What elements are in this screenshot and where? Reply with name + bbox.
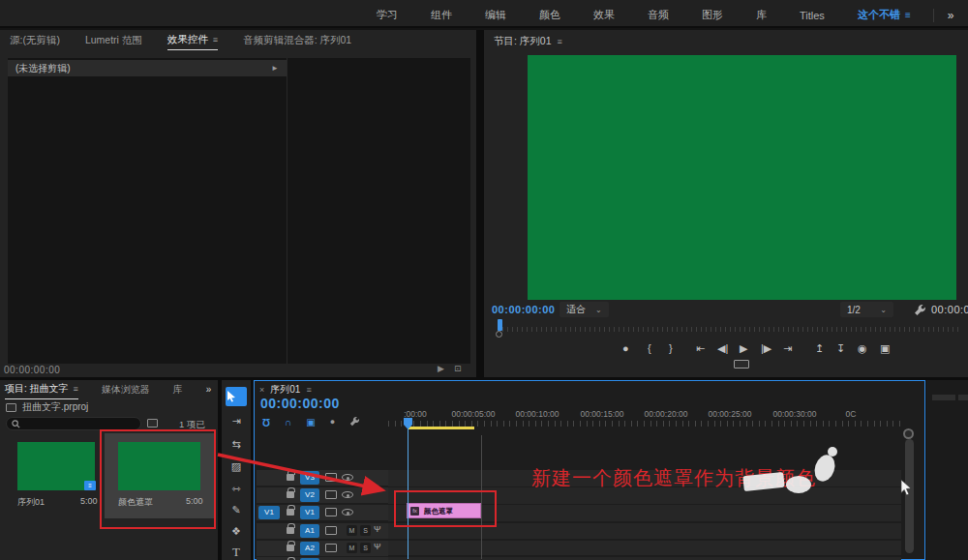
playback-resolution-dropdown[interactable]: 1/2 ⌄ <box>840 302 893 317</box>
program-scrub-bar[interactable] <box>490 319 962 335</box>
clip-selector-bar[interactable]: (未选择剪辑) ► <box>8 60 287 76</box>
solo-button[interactable]: S <box>360 543 371 553</box>
lock-icon[interactable] <box>287 474 294 481</box>
workspace-tab-active[interactable]: 这个不错≡ <box>841 8 927 22</box>
source-patch-badge[interactable]: V1 <box>258 506 280 519</box>
selection-tool-button[interactable] <box>226 387 247 406</box>
lock-icon[interactable] <box>287 545 294 551</box>
go-to-out-button[interactable]: ⇥ <box>783 342 792 355</box>
program-playhead[interactable] <box>498 319 502 331</box>
close-icon[interactable]: × <box>259 385 264 395</box>
type-tool[interactable]: T <box>222 545 251 560</box>
project-overflow-icon[interactable]: » <box>206 384 212 398</box>
scrub-knob[interactable] <box>496 331 502 338</box>
track-target-badge[interactable]: V3 <box>300 471 319 485</box>
mark-in-button[interactable]: { <box>648 342 651 354</box>
lift-button[interactable]: ↥ <box>815 342 824 355</box>
workspace-overflow-icon[interactable]: » <box>933 9 968 22</box>
ripple-edit-tool[interactable]: ⇆ <box>222 438 251 451</box>
workspace-tab-audio[interactable]: 音频 <box>631 8 685 22</box>
settings-wrench-icon[interactable] <box>914 303 926 320</box>
track-visibility-eye-icon[interactable] <box>342 474 353 481</box>
panel-divider[interactable] <box>218 380 220 560</box>
lock-icon[interactable] <box>287 527 294 534</box>
timeline-scrollbar-knob[interactable] <box>903 428 914 439</box>
extract-button[interactable]: ↧ <box>836 342 845 355</box>
panel-menu-icon[interactable]: ≡ <box>213 35 218 44</box>
sync-lock-icon[interactable] <box>325 473 337 482</box>
track-visibility-eye-icon[interactable] <box>342 491 353 498</box>
lock-icon[interactable] <box>287 491 294 498</box>
mark-out-button[interactable]: } <box>669 342 673 354</box>
panel-divider[interactable] <box>0 377 968 380</box>
workspace-tab-libraries[interactable]: 库 <box>740 8 783 22</box>
tab-media-browser[interactable]: 媒体浏览器 <box>102 383 150 399</box>
mute-button[interactable]: M <box>347 525 357 536</box>
slip-tool[interactable]: ⇿ <box>222 483 251 495</box>
timeline-sequence-tab[interactable]: × 序列01 ≡ <box>259 383 312 397</box>
tab-libraries[interactable]: 库 <box>173 383 183 399</box>
pen-tool[interactable]: ✎ <box>222 504 251 516</box>
step-forward-button[interactable]: |▶ <box>761 342 771 355</box>
track-header-a2[interactable]: A2 M S Ψ <box>257 541 388 556</box>
track-header-v2[interactable]: V2 <box>257 487 388 503</box>
step-back-button[interactable]: ◀| <box>717 342 728 355</box>
workspace-tab-assembly[interactable]: 组件 <box>414 8 469 22</box>
timeline-playhead-head[interactable] <box>404 416 412 433</box>
track-target-badge[interactable]: A1 <box>300 524 319 538</box>
track-target-badge[interactable]: V2 <box>300 488 319 502</box>
track-visibility-eye-icon[interactable] <box>342 509 353 516</box>
play-button[interactable]: ▶ <box>740 342 747 355</box>
sync-lock-icon[interactable] <box>325 508 337 516</box>
workspace-tab-titles[interactable]: Titles <box>783 10 841 21</box>
sync-lock-icon[interactable] <box>325 544 337 552</box>
tab-source-monitor[interactable]: 源:(无剪辑) <box>10 34 60 50</box>
timeline-settings-wrench-icon[interactable] <box>349 413 360 430</box>
panel-menu-icon[interactable]: ≡ <box>306 385 311 395</box>
clip-selector-arrow-icon[interactable]: ► <box>271 64 279 73</box>
workspace-tab-learning[interactable]: 学习 <box>360 8 414 22</box>
item-name[interactable]: 序列01 <box>17 496 45 509</box>
track-header-v1[interactable]: V1 V1 <box>257 505 388 520</box>
project-breadcrumb[interactable]: 扭曲文字.prproj <box>6 400 88 414</box>
proxy-toggle-button[interactable] <box>734 360 749 368</box>
play-around-icon[interactable]: ▶ <box>438 364 444 373</box>
lock-icon[interactable] <box>287 509 294 516</box>
panel-menu-icon[interactable]: ≡ <box>74 384 78 394</box>
track-select-forward-tool[interactable]: ⇥ <box>222 415 251 427</box>
workspace-tab-color[interactable]: 颜色 <box>523 8 577 22</box>
tab-audio-clip-mixer[interactable]: 音频剪辑混合器: 序列01 <box>243 34 351 50</box>
thumbnail-sequence01[interactable] <box>17 442 95 490</box>
workspace-tab-graphics[interactable]: 图形 <box>685 8 740 22</box>
workspace-tab-editing[interactable]: 编辑 <box>469 8 523 22</box>
filter-bin-icon[interactable] <box>147 419 158 427</box>
export-frame-button[interactable]: ◉ <box>858 342 867 355</box>
add-marker-icon[interactable]: ● <box>330 417 335 427</box>
track-target-badge[interactable]: A2 <box>300 542 319 555</box>
fit-dropdown[interactable]: 适合 ⌄ <box>560 302 609 317</box>
tab-project[interactable]: 项目: 扭曲文字≡ <box>5 382 78 399</box>
sync-lock-icon[interactable] <box>325 490 337 499</box>
hand-tool[interactable]: ❖ <box>222 525 251 538</box>
panel-menu-icon[interactable]: ≡ <box>558 37 562 46</box>
tab-effect-controls[interactable]: 效果控件≡ <box>167 33 218 50</box>
add-marker-button[interactable]: ● <box>622 342 629 354</box>
razor-tool[interactable]: ▨ <box>222 460 251 473</box>
track-header-v3[interactable]: V3 <box>257 470 388 486</box>
timeline-ruler[interactable]: :00:00 00:00:05:00 00:00:10:00 00:00:15:… <box>388 407 911 427</box>
toggle-effects-icon[interactable]: ⊡ <box>454 364 462 373</box>
track-header-a1[interactable]: A1 M S Ψ <box>257 523 388 539</box>
workspace-tab-effects[interactable]: 效果 <box>577 8 631 22</box>
track-target-badge[interactable]: V1 <box>300 506 319 519</box>
mute-button[interactable]: M <box>347 543 357 553</box>
snap-icon[interactable]: Ω <box>262 417 270 427</box>
panel-divider[interactable] <box>476 30 484 377</box>
voiceover-mic-icon[interactable]: Ψ <box>374 524 381 534</box>
search-input[interactable] <box>6 417 141 430</box>
voiceover-mic-icon[interactable]: Ψ <box>374 542 381 551</box>
audio-lane-a2[interactable] <box>388 541 901 555</box>
workspace-menu-icon[interactable]: ≡ <box>905 10 911 20</box>
tab-lumetri-scopes[interactable]: Lumetri 范围 <box>85 34 142 50</box>
go-to-in-button[interactable]: ⇤ <box>696 342 705 355</box>
sync-lock-icon[interactable] <box>325 526 337 535</box>
